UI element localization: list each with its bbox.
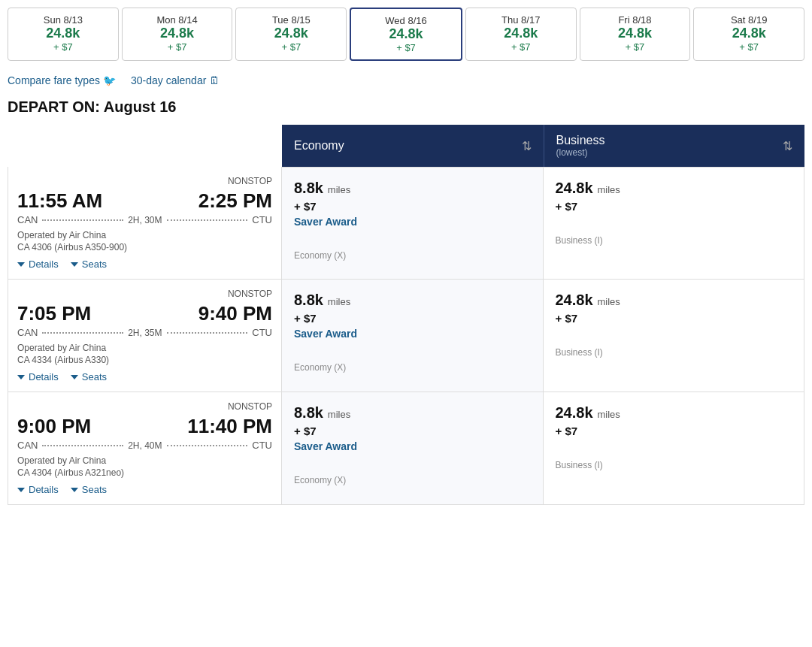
date-label: Wed 8/16: [354, 15, 458, 26]
route-line2: [167, 445, 248, 446]
flight-route: CAN 2H, 40M CTU: [17, 440, 272, 451]
arrive-time: 9:40 PM: [198, 302, 272, 325]
economy-class: Economy (X): [294, 250, 531, 261]
operator: Operated by Air China: [17, 230, 272, 240]
nonstop-label: NONSTOP: [17, 289, 272, 299]
arrive-time: 11:40 PM: [187, 415, 272, 438]
economy-tax: + $7: [294, 312, 531, 325]
calendar-label: 30-day calendar: [131, 74, 206, 86]
business-fare-1[interactable]: 24.8k miles + $7 Business (I): [544, 280, 805, 392]
duration: 2H, 30M: [128, 215, 162, 225]
duration: 2H, 35M: [128, 328, 162, 338]
economy-award[interactable]: Saver Award: [294, 328, 531, 340]
details-label: Details: [29, 484, 59, 495]
flight-info-2: NONSTOP 9:00 PM 11:40 PM CAN 2H, 40M CTU…: [8, 392, 282, 505]
route-line: [42, 219, 123, 221]
dest: CTU: [252, 440, 272, 451]
operator: Operated by Air China: [17, 343, 272, 353]
flight-number: CA 4334 (Airbus A330): [17, 355, 272, 365]
date-miles: 24.8k: [583, 26, 687, 41]
business-header-text: Business (lowest): [556, 134, 605, 158]
bird-icon: 🐦: [103, 74, 116, 86]
details-chevron: [17, 262, 25, 267]
date-cell-2[interactable]: Tue 8/15 24.8k + $7: [235, 8, 347, 61]
date-cell-3[interactable]: Wed 8/16 24.8k + $7: [350, 8, 462, 61]
results-grid: Economy ⇅ Business (lowest) ⇅: [0, 125, 812, 167]
arrive-time: 2:25 PM: [198, 189, 272, 213]
economy-sort-icon[interactable]: ⇅: [522, 139, 532, 153]
economy-miles-row: 8.8k miles: [294, 292, 531, 309]
flight-links: Details Seats: [17, 258, 272, 270]
economy-fare-0[interactable]: 8.8k miles + $7 Saver Award Economy (X): [282, 167, 544, 280]
date-miles: 24.8k: [239, 26, 343, 41]
operator: Operated by Air China: [17, 455, 272, 466]
date-label: Sun 8/13: [11, 14, 115, 26]
seats-label: Seats: [82, 484, 107, 495]
calendar-link[interactable]: 30-day calendar 🗓: [131, 74, 220, 86]
date-tax: + $7: [583, 41, 687, 53]
date-cell-1[interactable]: Mon 8/14 24.8k + $7: [122, 8, 233, 61]
date-miles: 24.8k: [354, 26, 458, 42]
seats-label: Seats: [82, 371, 107, 382]
business-miles-row: 24.8k miles: [556, 292, 792, 309]
date-cell-6[interactable]: Sat 8/19 24.8k + $7: [693, 8, 804, 61]
economy-header-label: Economy: [294, 139, 344, 153]
economy-miles: 8.8k: [294, 292, 323, 308]
date-cell-5[interactable]: Fri 8/18 24.8k + $7: [580, 8, 691, 61]
date-label: Thu 8/17: [469, 14, 573, 26]
date-miles: 24.8k: [11, 26, 115, 41]
date-miles: 24.8k: [126, 26, 229, 41]
economy-award[interactable]: Saver Award: [294, 440, 531, 452]
economy-fare-2[interactable]: 8.8k miles + $7 Saver Award Economy (X): [282, 392, 544, 505]
flight-route: CAN 2H, 35M CTU: [17, 327, 272, 338]
links-bar: Compare fare types 🐦 30-day calendar 🗓: [0, 68, 812, 95]
flight-times: 9:00 PM 11:40 PM: [17, 415, 272, 438]
date-label: Fri 8/18: [583, 14, 687, 26]
business-header-label: Business: [556, 134, 605, 147]
business-miles: 24.8k: [556, 292, 593, 308]
business-column-header[interactable]: Business (lowest) ⇅: [544, 125, 805, 167]
date-tax: + $7: [469, 41, 573, 53]
economy-tax: + $7: [294, 200, 531, 213]
economy-miles: 8.8k: [294, 180, 323, 196]
details-label: Details: [29, 371, 59, 382]
business-tax: + $7: [556, 312, 792, 325]
date-miles: 24.8k: [469, 26, 573, 41]
business-class: Business (I): [556, 460, 792, 470]
nonstop-label: NONSTOP: [17, 401, 272, 412]
economy-column-header[interactable]: Economy ⇅: [282, 125, 544, 167]
flight-info-0: NONSTOP 11:55 AM 2:25 PM CAN 2H, 30M CTU…: [8, 167, 282, 280]
route-line: [42, 445, 123, 446]
date-tax: + $7: [11, 41, 115, 53]
dest: CTU: [252, 214, 272, 225]
business-sort-icon[interactable]: ⇅: [783, 139, 792, 153]
flight-number: CA 4304 (Airbus A321neo): [17, 467, 272, 478]
flight-links: Details Seats: [17, 371, 272, 382]
seats-link[interactable]: Seats: [71, 258, 107, 270]
origin: CAN: [17, 214, 38, 225]
details-link[interactable]: Details: [17, 371, 59, 382]
date-tax: + $7: [354, 42, 458, 53]
date-cell-0[interactable]: Sun 8/13 24.8k + $7: [8, 8, 119, 61]
business-miles-row: 24.8k miles: [556, 180, 792, 197]
business-fare-2[interactable]: 24.8k miles + $7 Business (I): [544, 392, 805, 505]
details-link[interactable]: Details: [17, 258, 59, 270]
compare-fare-label: Compare fare types: [8, 74, 100, 86]
economy-award[interactable]: Saver Award: [294, 216, 531, 228]
date-cell-4[interactable]: Thu 8/17 24.8k + $7: [465, 8, 577, 61]
seats-chevron: [71, 375, 78, 379]
duration: 2H, 40M: [128, 440, 162, 451]
business-miles-row: 24.8k miles: [556, 404, 792, 422]
seats-link[interactable]: Seats: [71, 371, 107, 382]
flight-times: 7:05 PM 9:40 PM: [17, 302, 272, 325]
flight-times: 11:55 AM 2:25 PM: [17, 189, 272, 213]
business-miles-unit: miles: [597, 184, 620, 195]
seats-link[interactable]: Seats: [71, 484, 107, 495]
business-fare-0[interactable]: 24.8k miles + $7 Business (I): [544, 167, 805, 280]
economy-fare-1[interactable]: 8.8k miles + $7 Saver Award Economy (X): [282, 280, 544, 392]
date-label: Sat 8/19: [697, 14, 801, 26]
date-tax: + $7: [697, 41, 801, 53]
details-link[interactable]: Details: [17, 484, 59, 495]
compare-fare-link[interactable]: Compare fare types 🐦: [8, 74, 116, 86]
date-tax: + $7: [126, 41, 229, 53]
